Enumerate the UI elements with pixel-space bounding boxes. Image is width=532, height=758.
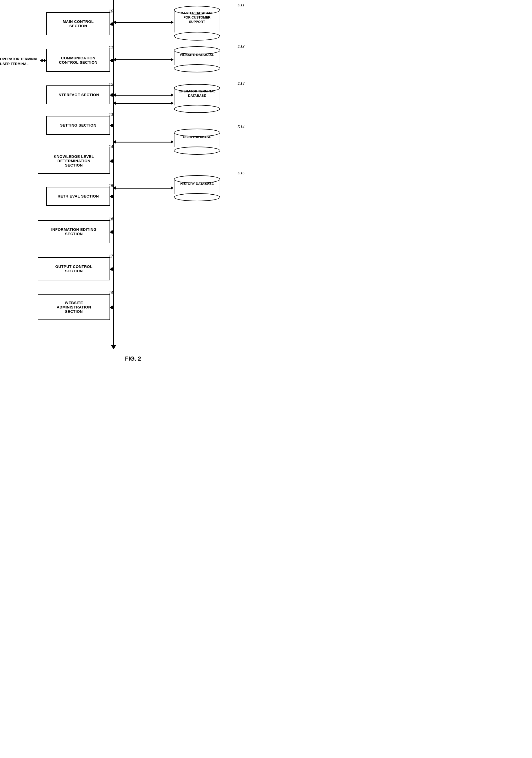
section-12-label: INTERFACE SECTION <box>57 93 99 97</box>
section-17-label: OUTPUT CONTROLSECTION <box>55 264 92 273</box>
section-13-number: 13 <box>109 112 113 117</box>
section-14-box: KNOWLEDGE LEVELDETERMINATIONSECTION <box>38 148 110 174</box>
arrow-to-d15 <box>113 188 173 189</box>
section-14-number: 14 <box>109 144 113 149</box>
arrow-15-right <box>110 196 114 197</box>
db-d15-container: HISTORY DATABASE <box>174 175 220 201</box>
db-d12-container: WEBSITE DATABASE <box>174 46 220 72</box>
arrow-18-right <box>110 307 114 308</box>
diagram-container: MAIN CONTROLSECTION 10 D11 MASTER DATABA… <box>0 0 266 365</box>
section-17-box: OUTPUT CONTROLSECTION <box>38 257 110 280</box>
arrow-to-d13-from-13 <box>113 103 173 104</box>
vertical-line-arrow <box>111 345 117 349</box>
arrow-14-right <box>110 161 114 162</box>
section-18-box: WEBSITEADMINISTRATIONSECTION <box>38 294 110 320</box>
section-11-label: COMMUNICATIONCONTROL SECTION <box>59 56 98 65</box>
section-13-label: SETTING SECTION <box>60 123 96 127</box>
arrow-to-d14 <box>113 142 173 143</box>
fig-label-text: FIG. 2 <box>125 355 141 362</box>
db-d14-container: USER DATABASE <box>174 129 220 155</box>
section-11-box: COMMUNICATIONCONTROL SECTION <box>46 49 110 72</box>
section-16-box: INFORMATION EDITINGSECTION <box>38 220 110 243</box>
section-18-number: 18 <box>109 291 113 295</box>
arrow-terminal <box>40 60 46 61</box>
terminal-label: OPERATOR TERMINAL USER TERMINAL <box>0 57 41 67</box>
terminal-text: OPERATOR TERMINAL USER TERMINAL <box>0 57 38 67</box>
section-15-box: RETRIEVAL SECTION <box>46 187 110 206</box>
arrow-to-d12 <box>113 59 173 60</box>
figure-label: FIG. 2 <box>125 355 141 362</box>
section-11-number: 11 <box>109 45 113 50</box>
section-10-box: MAIN CONTROLSECTION <box>46 12 110 35</box>
arrow-17-right <box>110 269 114 270</box>
arrow-16-right <box>110 232 114 233</box>
section-17-number: 17 <box>109 254 113 258</box>
section-12-box: INTERFACE SECTION <box>46 86 110 104</box>
section-15-number: 15 <box>109 183 113 188</box>
section-10-label: MAIN CONTROLSECTION <box>63 19 93 28</box>
arrow-to-d13-from-12 <box>113 95 173 96</box>
db-d13-number: D13 <box>238 81 245 86</box>
section-16-label: INFORMATION EDITINGSECTION <box>51 227 97 236</box>
section-13-box: SETTING SECTION <box>46 116 110 135</box>
section-12-number: 12 <box>109 82 113 86</box>
section-10-number: 10 <box>109 9 113 13</box>
section-18-label: WEBSITEADMINISTRATIONSECTION <box>57 301 91 314</box>
arrow-to-d11 <box>113 22 173 23</box>
section-16-number: 16 <box>109 217 113 221</box>
db-d13-container: OPERATOR TERMINALDATABASE <box>174 84 220 113</box>
db-d11-number: D11 <box>238 3 245 7</box>
db-d14-number: D14 <box>238 124 245 129</box>
db-d12-number: D12 <box>238 44 245 49</box>
arrow-13-right <box>110 125 114 126</box>
db-d11-container: MASTER DATABASEFOR CUSTOMERSUPPORT <box>174 6 220 41</box>
section-14-label: KNOWLEDGE LEVELDETERMINATIONSECTION <box>54 155 94 167</box>
vertical-line <box>113 0 114 348</box>
db-d15-number: D15 <box>238 171 245 175</box>
section-15-label: RETRIEVAL SECTION <box>58 194 99 198</box>
